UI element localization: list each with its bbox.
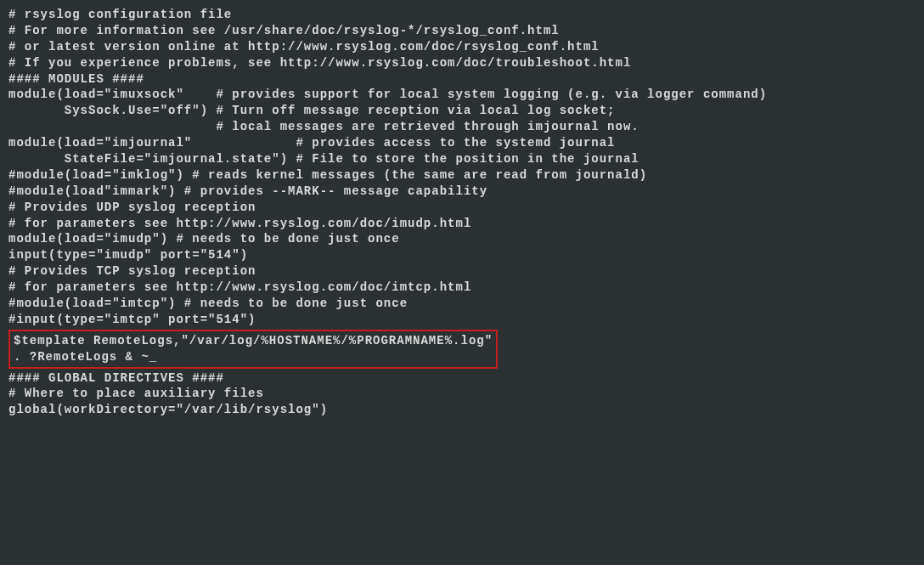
config-line: # for parameters see http://www.rsyslog.… bbox=[8, 280, 916, 296]
config-line: # local messages are retrieved through i… bbox=[8, 119, 916, 135]
config-line: # rsyslog configuration file bbox=[8, 7, 916, 23]
config-line: global(workDirectory="/var/lib/rsyslog") bbox=[8, 402, 916, 418]
highlighted-template-block: $template RemoteLogs,"/var/log/%HOSTNAME… bbox=[8, 330, 498, 369]
config-line: module(load="imudp") # needs to be done … bbox=[8, 231, 916, 247]
config-line: # or latest version online at http://www… bbox=[8, 39, 916, 55]
config-line: StateFile="imjournal.state") # File to s… bbox=[8, 151, 916, 167]
section-header-modules: #### MODULES #### bbox=[8, 71, 916, 88]
template-rule-line: . ?RemoteLogs & ~_ bbox=[14, 349, 493, 365]
config-line: #module(load"immark") # provides --MARK-… bbox=[8, 184, 916, 200]
config-line: module(load="imjournal" # provides acces… bbox=[8, 135, 916, 151]
config-line: # Provides TCP syslog reception bbox=[8, 263, 916, 280]
config-line: # for parameters see http://www.rsyslog.… bbox=[8, 216, 916, 232]
template-definition-line: $template RemoteLogs,"/var/log/%HOSTNAME… bbox=[14, 333, 493, 349]
config-line: # For more information see /usr/share/do… bbox=[8, 23, 916, 39]
config-line: # Where to place auxiliary files bbox=[8, 386, 916, 402]
config-line: #module(load="imklog") # reads kernel me… bbox=[8, 167, 916, 184]
terminal-editor[interactable]: # rsyslog configuration file # For more … bbox=[8, 7, 916, 418]
config-line: input(type="imudp" port="514") bbox=[8, 247, 916, 263]
config-line: #input(type="imtcp" port="514") bbox=[8, 312, 916, 328]
config-line: #module(load="imtcp") # needs to be done… bbox=[8, 296, 916, 312]
section-header-global-directives: #### GLOBAL DIRECTIVES #### bbox=[8, 370, 916, 387]
config-line: module(load="imuxsock" # provides suppor… bbox=[8, 87, 916, 103]
config-line: # If you experience problems, see http:/… bbox=[8, 55, 916, 71]
config-line: # Provides UDP syslog reception bbox=[8, 200, 916, 216]
config-line: SysSock.Use="off") # Turn off message re… bbox=[8, 103, 916, 119]
